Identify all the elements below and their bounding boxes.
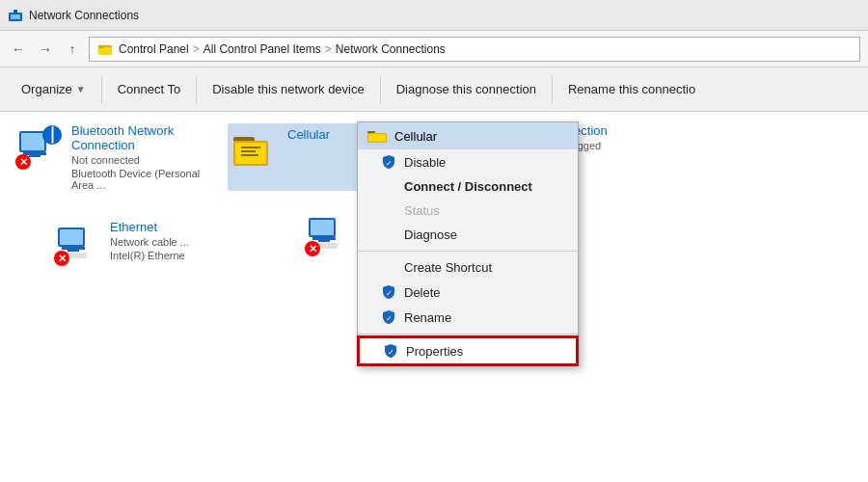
- svg-rect-9: [29, 155, 41, 157]
- svg-text:✓: ✓: [386, 314, 393, 323]
- shield-icon-delete: ✓: [381, 284, 396, 300]
- context-menu-properties[interactable]: ✓ Properties: [360, 338, 576, 363]
- svg-rect-32: [311, 220, 334, 235]
- context-menu-status: Status: [358, 199, 578, 223]
- context-menu-delete-label: Delete: [404, 285, 441, 300]
- ethernet-info: Ethernet Network cable ... Intel(R) Ethe…: [110, 220, 247, 261]
- ethernet-name: Ethernet: [110, 220, 247, 234]
- breadcrumb-part1: Control Panel: [119, 42, 189, 56]
- svg-text:⎪: ⎪: [47, 126, 58, 144]
- context-menu-disable-label: Disable: [404, 155, 446, 170]
- breadcrumb-part2: All Control Panel Items: [203, 42, 321, 56]
- context-menu-sep1: [358, 251, 578, 252]
- window-title: Network Connections: [29, 9, 139, 22]
- svg-rect-2: [14, 10, 17, 13]
- svg-rect-34: [318, 240, 330, 242]
- organize-arrow: ▼: [76, 84, 86, 94]
- context-menu-disable[interactable]: ✓ Disable: [358, 149, 578, 174]
- connect-to-button[interactable]: Connect To: [104, 67, 195, 111]
- organize-label: Organize: [21, 82, 72, 96]
- svg-rect-33: [312, 237, 336, 240]
- organize-button[interactable]: Organize ▼: [8, 67, 99, 111]
- context-menu-rename[interactable]: ✓ Rename: [358, 305, 578, 330]
- rename-button[interactable]: Rename this connectio: [555, 67, 709, 111]
- up-button[interactable]: ↑: [62, 39, 83, 60]
- context-menu-connect-label: Connect / Disconnect: [404, 179, 532, 194]
- svg-rect-28: [62, 247, 85, 250]
- network-item-bluetooth[interactable]: ⎪ ✕ Bluetooth Network Connection Not con…: [15, 123, 208, 191]
- svg-rect-27: [60, 229, 83, 245]
- diagnose-label: Diagnose this connection: [396, 82, 536, 96]
- svg-rect-17: [241, 154, 258, 156]
- context-menu-diagnose-label: Diagnose: [404, 228, 457, 242]
- shield-icon-properties: ✓: [383, 343, 398, 359]
- svg-rect-4: [98, 47, 112, 55]
- window-icon: [8, 8, 23, 23]
- context-menu-shortcut[interactable]: Create Shortcut: [358, 255, 578, 280]
- disable-button[interactable]: Disable this network device: [199, 67, 378, 111]
- context-menu-shortcut-label: Create Shortcut: [404, 260, 492, 275]
- toolbar: Organize ▼ Connect To Disable this netwo…: [0, 67, 868, 112]
- toolbar-separator-1: [101, 76, 102, 103]
- context-menu-rename-label: Rename: [404, 310, 451, 325]
- ethernet-status2: Intel(R) Etherne: [110, 250, 247, 261]
- svg-rect-38: [368, 134, 386, 142]
- context-menu-status-label: Status: [404, 203, 440, 218]
- error-badge-bluetooth: ✕: [15, 154, 31, 170]
- svg-rect-16: [241, 150, 256, 152]
- toolbar-separator-2: [196, 76, 197, 103]
- rename-label: Rename this connectio: [568, 82, 695, 96]
- svg-rect-29: [68, 250, 79, 252]
- svg-text:✓: ✓: [386, 289, 393, 298]
- title-bar: Network Connections: [0, 0, 868, 31]
- context-header-folder-icon: [367, 128, 387, 144]
- bluetooth-status1: Not connected: [71, 154, 208, 166]
- context-menu-sep2: [358, 334, 578, 335]
- svg-rect-14: [235, 143, 266, 164]
- bluetooth-icon-wrap: ⎪ ✕: [15, 123, 62, 170]
- svg-rect-15: [241, 147, 260, 148]
- bluetooth-status2: Bluetooth Device (Personal Area ...: [71, 168, 208, 191]
- shield-icon-disable: ✓: [381, 154, 396, 170]
- bluetooth-info: Bluetooth Network Connection Not connect…: [71, 123, 208, 191]
- forward-button[interactable]: →: [35, 39, 56, 60]
- bluetooth-name: Bluetooth Network Connection: [71, 123, 208, 152]
- svg-text:✓: ✓: [388, 348, 394, 357]
- error-badge-ethernet: ✕: [54, 251, 69, 266]
- ethernet-status1: Network cable ...: [110, 236, 247, 248]
- cellular-icon-wrap: [231, 127, 278, 174]
- connect-to-label: Connect To: [118, 82, 181, 96]
- main-content: ⎪ ✕ Bluetooth Network Connection Not con…: [0, 112, 868, 482]
- svg-rect-7: [21, 133, 44, 150]
- address-bar: ← → ↑ Control Panel > All Control Panel …: [0, 31, 868, 67]
- toolbar-separator-3: [380, 76, 381, 103]
- context-menu-delete[interactable]: ✓ Delete: [358, 280, 578, 305]
- diagnose-button[interactable]: Diagnose this connection: [383, 67, 550, 111]
- disable-label: Disable this network device: [212, 82, 365, 96]
- breadcrumb-part3: Network Connections: [336, 42, 446, 56]
- local-area-2-icon-wrap: ✕: [305, 210, 351, 256]
- context-menu-header: Cellular: [358, 122, 578, 149]
- toolbar-separator-4: [552, 76, 553, 103]
- context-menu-properties-label: Properties: [406, 344, 463, 359]
- svg-rect-1: [11, 14, 20, 19]
- context-menu-title: Cellular: [394, 129, 437, 144]
- network-item-ethernet[interactable]: ✕ Ethernet Network cable ... Intel(R) Et…: [54, 220, 247, 266]
- context-menu: Cellular ✓ Disable Connect / Disconnect …: [357, 121, 579, 366]
- shield-icon-rename: ✓: [381, 309, 396, 325]
- address-field[interactable]: Control Panel > All Control Panel Items …: [89, 37, 860, 62]
- error-badge-local-2: ✕: [305, 241, 320, 256]
- back-button[interactable]: ←: [8, 39, 29, 60]
- context-menu-connect[interactable]: Connect / Disconnect: [358, 174, 578, 199]
- svg-text:✓: ✓: [386, 159, 393, 168]
- cellular-network-icon: [231, 127, 278, 174]
- context-menu-diagnose[interactable]: Diagnose: [358, 223, 578, 247]
- svg-rect-5: [98, 45, 104, 48]
- ethernet-icon-wrap: ✕: [54, 220, 100, 266]
- address-folder-icon: [97, 41, 113, 57]
